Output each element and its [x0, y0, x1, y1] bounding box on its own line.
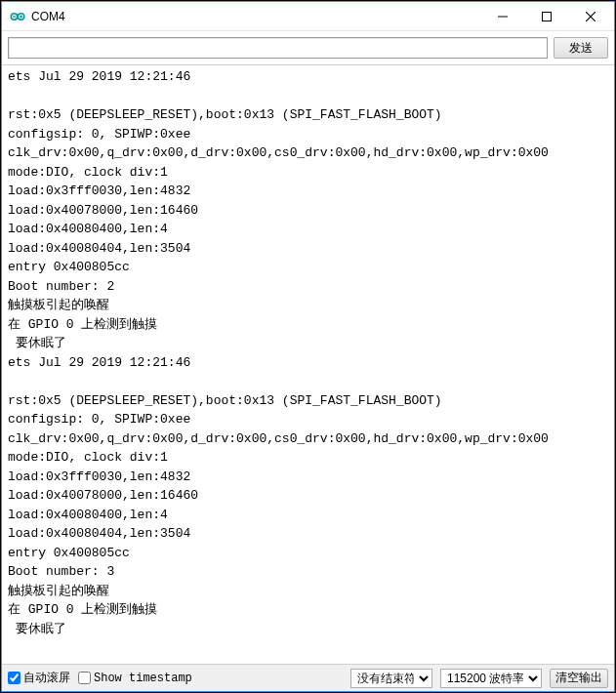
timestamp-checkbox[interactable] — [78, 672, 91, 684]
serial-input[interactable] — [8, 37, 548, 59]
serial-monitor-window: COM4 发送 ets Jul 29 2019 12:21:46 rst:0x5… — [1, 1, 615, 692]
send-button[interactable]: 发送 — [554, 37, 608, 59]
titlebar: COM4 — [2, 2, 614, 31]
window-title: COM4 — [31, 10, 480, 23]
timestamp-checkbox-wrap[interactable]: Show timestamp — [78, 672, 192, 685]
close-button[interactable] — [568, 2, 612, 30]
line-ending-select[interactable]: 没有结束符 — [350, 669, 432, 688]
autoscroll-checkbox[interactable] — [8, 672, 21, 684]
autoscroll-label: 自动滚屏 — [23, 670, 70, 686]
autoscroll-checkbox-wrap[interactable]: 自动滚屏 — [8, 670, 70, 686]
clear-output-button[interactable]: 清空输出 — [550, 669, 608, 688]
svg-rect-6 — [542, 12, 551, 20]
serial-console[interactable]: ets Jul 29 2019 12:21:46 rst:0x5 (DEEPSL… — [2, 65, 614, 664]
window-controls — [480, 2, 612, 30]
input-row: 发送 — [2, 31, 614, 65]
maximize-button[interactable] — [524, 2, 568, 30]
footer-bar: 自动滚屏 Show timestamp 没有结束符 115200 波特率 清空输… — [2, 664, 614, 691]
baud-rate-select[interactable]: 115200 波特率 — [440, 669, 542, 688]
minimize-button[interactable] — [480, 2, 524, 30]
timestamp-label: Show timestamp — [94, 672, 192, 685]
arduino-icon — [10, 9, 25, 24]
